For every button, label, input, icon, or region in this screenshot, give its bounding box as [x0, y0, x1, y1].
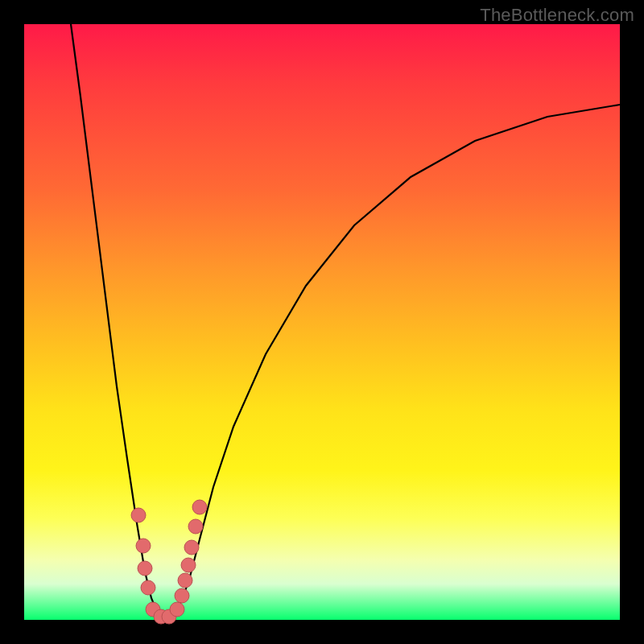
data-marker — [170, 602, 184, 617]
data-marker — [131, 508, 146, 522]
data-marker — [188, 519, 203, 534]
data-marker — [138, 561, 152, 576]
plot-area — [24, 24, 620, 620]
data-marker — [136, 539, 151, 553]
data-marker — [184, 540, 199, 555]
watermark-text: TheBottleneck.com — [480, 5, 634, 26]
chart-frame: TheBottleneck.com — [0, 0, 644, 644]
bottleneck-curve — [71, 24, 620, 617]
data-marker — [178, 573, 192, 588]
curve-layer — [24, 24, 620, 620]
data-marker — [141, 580, 155, 595]
marker-group — [131, 500, 207, 624]
data-marker — [181, 558, 196, 572]
data-marker — [192, 500, 207, 514]
data-marker — [175, 588, 189, 603]
